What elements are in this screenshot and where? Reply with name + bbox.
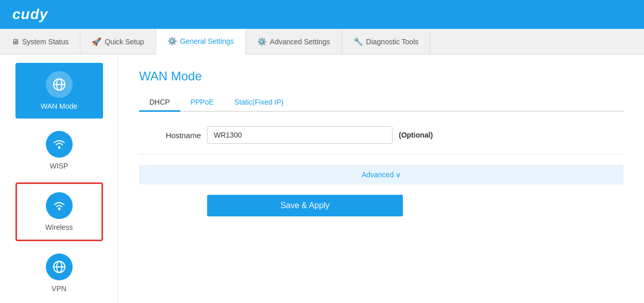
navbar: 🖥 System Status 🚀 Quick Setup ⚙️ General… bbox=[0, 29, 644, 55]
sidebar: WAN Mode WISP bbox=[0, 55, 118, 303]
vpn-icon bbox=[46, 254, 73, 280]
sidebar-wisp-label: WISP bbox=[50, 162, 69, 170]
sidebar-item-wisp[interactable]: WISP bbox=[15, 123, 103, 178]
diagnostic-tools-icon: 🔧 bbox=[353, 37, 363, 46]
nav-quick-setup[interactable]: 🚀 Quick Setup bbox=[80, 29, 156, 54]
wisp-icon bbox=[46, 131, 73, 158]
save-apply-button[interactable]: Save & Apply bbox=[207, 195, 403, 216]
header: cudy bbox=[0, 0, 644, 29]
quick-setup-icon: 🚀 bbox=[92, 37, 101, 46]
tab-pppoe[interactable]: PPPoE bbox=[180, 94, 224, 112]
nav-advanced-settings-label: Advanced Settings bbox=[270, 38, 330, 46]
advanced-link[interactable]: Advanced ∨ bbox=[362, 171, 401, 179]
nav-general-settings-label: General Settings bbox=[180, 37, 234, 45]
tab-dhcp[interactable]: DHCP bbox=[139, 94, 180, 112]
tab-static-ip[interactable]: Static(Fixed IP) bbox=[224, 94, 294, 112]
logo: cudy bbox=[12, 6, 48, 23]
advanced-settings-icon: ⚙️ bbox=[257, 37, 267, 46]
hostname-input[interactable] bbox=[207, 126, 393, 144]
wan-mode-icon bbox=[46, 71, 73, 98]
sidebar-item-vpn[interactable]: VPN bbox=[15, 245, 103, 301]
tab-bar: DHCP PPPoE Static(Fixed IP) bbox=[139, 94, 623, 112]
sidebar-wireless-label: Wireless bbox=[45, 223, 73, 231]
advanced-bar[interactable]: Advanced ∨ bbox=[139, 165, 623, 184]
nav-general-settings[interactable]: ⚙️ General Settings bbox=[156, 29, 246, 55]
sidebar-item-wireless[interactable]: Wireless bbox=[15, 182, 103, 241]
nav-diagnostic-tools[interactable]: 🔧 Diagnostic Tools bbox=[342, 29, 431, 54]
nav-diagnostic-tools-label: Diagnostic Tools bbox=[366, 38, 419, 46]
sidebar-vpn-label: VPN bbox=[52, 284, 66, 293]
content-area: WAN Mode DHCP PPPoE Static(Fixed IP) Hos… bbox=[118, 55, 644, 303]
nav-quick-setup-label: Quick Setup bbox=[105, 38, 144, 46]
system-status-icon: 🖥 bbox=[11, 37, 19, 46]
wireless-icon bbox=[46, 192, 73, 219]
nav-system-status[interactable]: 🖥 System Status bbox=[0, 29, 80, 54]
hostname-row: Hostname (Optional) bbox=[139, 126, 623, 144]
optional-label: (Optional) bbox=[399, 131, 433, 139]
page-title: WAN Mode bbox=[139, 69, 623, 83]
hostname-label: Hostname bbox=[139, 131, 201, 140]
nav-advanced-settings[interactable]: ⚙️ Advanced Settings bbox=[246, 29, 342, 54]
general-settings-icon: ⚙️ bbox=[167, 37, 177, 46]
main-layout: WAN Mode WISP bbox=[0, 55, 644, 303]
section-divider bbox=[139, 154, 623, 155]
sidebar-item-wan-mode[interactable]: WAN Mode bbox=[15, 63, 103, 119]
sidebar-wan-mode-label: WAN Mode bbox=[41, 102, 77, 110]
nav-system-status-label: System Status bbox=[22, 38, 69, 46]
